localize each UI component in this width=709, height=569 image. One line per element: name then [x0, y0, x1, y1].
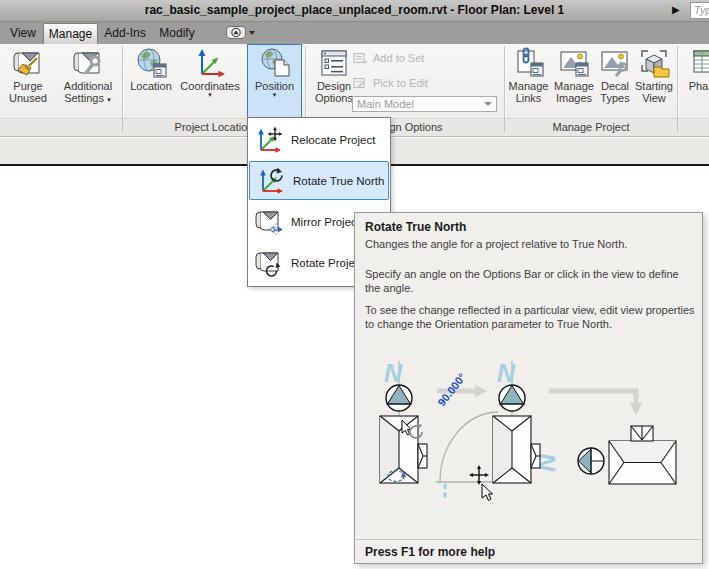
manage-links-icon	[513, 47, 545, 79]
ribbon-collapse-icon	[226, 26, 256, 40]
revit-window: rac_basic_sample_project_place_unplaced_…	[0, 0, 709, 569]
manage-images-icon	[558, 47, 590, 79]
move-cursor-icon	[472, 468, 486, 482]
north-symbol-1	[386, 385, 412, 411]
tooltip-paragraph: Changes the angle for a project relative…	[365, 237, 697, 251]
decal-types-button[interactable]: Decal Types	[596, 45, 634, 117]
starting-view-button[interactable]: Starting View	[633, 45, 675, 117]
rotate-true-north-illustration: N N N	[359, 335, 699, 533]
panel-label-manage-project: Manage Project	[505, 118, 677, 136]
additional-settings-button[interactable]: Additional Settings▼	[57, 45, 119, 117]
tooltip-paragraph: To see the change reflected in a particu…	[365, 303, 697, 331]
panel-label-phasing	[678, 118, 709, 136]
relocate-project-icon	[254, 125, 284, 155]
design-options-icon	[318, 47, 350, 79]
title-bar[interactable]: rac_basic_sample_project_place_unplaced_…	[0, 0, 709, 22]
north-letter-2: N	[497, 359, 516, 387]
coordinates-button[interactable]: Coordinates ▼	[178, 45, 242, 117]
menu-item-relocate-project[interactable]: Relocate Project	[248, 119, 390, 160]
additional-settings-icon	[72, 47, 104, 79]
panel-label-settings	[0, 118, 122, 136]
starting-view-icon	[638, 47, 670, 79]
manage-links-button[interactable]: Manage Links	[506, 45, 551, 117]
tooltip-divider	[356, 539, 701, 540]
combo-caret-icon	[484, 102, 492, 106]
position-button[interactable]: Position ▼	[247, 44, 302, 118]
add-to-set-icon	[353, 52, 368, 65]
pick-to-edit-button: Pick to Edit	[353, 75, 428, 91]
ribbon-tab-bar: View Manage Add-Ins Modify	[0, 22, 709, 44]
decal-types-icon	[599, 47, 631, 79]
dropdown-caret-icon: ▼	[178, 92, 242, 98]
ribbon-collapse-button[interactable]	[226, 26, 256, 44]
window-title: rac_basic_sample_project_place_unplaced_…	[0, 0, 709, 21]
add-to-set-button: Add to Set	[353, 50, 424, 66]
dropdown-caret-icon: ▼	[248, 92, 301, 98]
location-button[interactable]: Location	[125, 45, 177, 117]
position-icon	[259, 47, 291, 79]
step-arrow-2	[549, 391, 643, 415]
rotate-true-north-icon	[256, 166, 286, 196]
toolbar-expand-icon[interactable]: ▶	[672, 3, 680, 17]
active-design-option-select[interactable]: Main Model	[352, 96, 497, 112]
rotation-arc	[440, 412, 498, 482]
purge-unused-button[interactable]: Purge Unused	[2, 45, 54, 117]
dropdown-caret-icon: ▼	[106, 97, 112, 103]
tooltip-footer: Press F1 for more help	[365, 545, 495, 559]
menu-item-rotate-true-north[interactable]: Rotate True North	[249, 161, 389, 200]
panel-settings: Purge Unused Additional Settings▼	[0, 44, 122, 136]
phases-icon	[691, 47, 709, 79]
house-plan-3	[609, 426, 676, 484]
north-letter-1: N	[384, 359, 403, 387]
pick-to-edit-icon	[353, 77, 368, 90]
tooltip-paragraph: Specify an angle on the Options Bar or c…	[365, 267, 697, 295]
tab-view[interactable]: View	[4, 22, 42, 44]
coordinates-icon	[194, 47, 226, 79]
tab-manage[interactable]: Manage	[43, 23, 98, 44]
pointer-cursor-icon	[482, 484, 493, 501]
search-input[interactable]: Type	[690, 2, 709, 19]
tooltip-title: Rotate True North	[365, 220, 466, 234]
rotate-project-icon	[254, 248, 284, 278]
purge-unused-icon	[12, 47, 44, 79]
phases-button[interactable]: Phases	[681, 45, 709, 117]
tab-add-ins[interactable]: Add-Ins	[102, 22, 148, 44]
manage-images-button[interactable]: Manage Images	[551, 45, 597, 117]
mirror-project-icon	[254, 207, 284, 237]
north-symbol-2	[499, 385, 525, 411]
panel-phasing: Phases	[678, 44, 709, 136]
tab-modify[interactable]: Modify	[154, 22, 200, 44]
north-symbol-3	[578, 448, 604, 474]
panel-manage-project: Manage Links Manage Images	[505, 44, 677, 136]
rotate-true-north-tooltip: Rotate True North Changes the angle for …	[354, 212, 703, 564]
location-icon	[135, 47, 167, 79]
